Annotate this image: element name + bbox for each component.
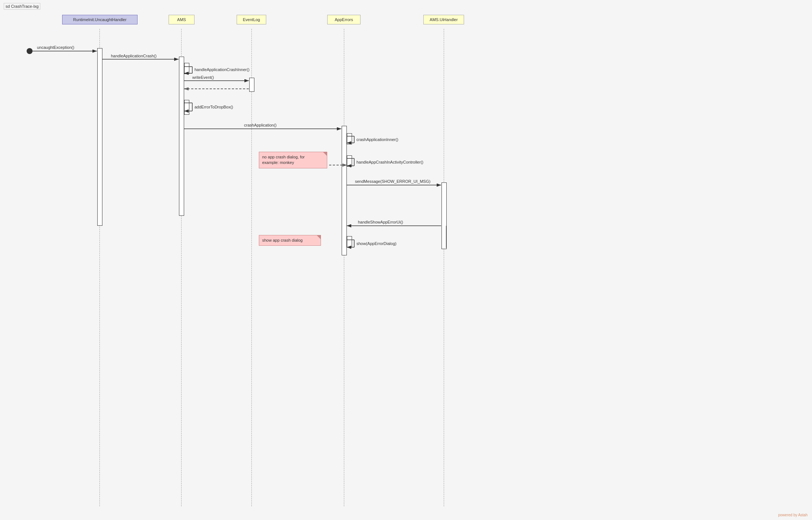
activation-runtimeinit <box>97 48 102 226</box>
lifeline-line-eventlog <box>251 29 252 506</box>
note-no-app-crash: no app crash dialog, for example: monkey <box>259 152 327 168</box>
activation-ams <box>179 57 184 216</box>
svg-text:sendMessage(SHOW_ERROR_UI_MSG): sendMessage(SHOW_ERROR_UI_MSG) <box>355 179 430 184</box>
arrows-svg: uncaughtException() handleApplicationCra… <box>0 0 812 520</box>
lifeline-ams: AMS <box>169 15 194 24</box>
start-circle <box>27 48 33 54</box>
activation-amsuihandler <box>441 182 447 249</box>
svg-text:crashApplication(): crashApplication() <box>244 123 277 127</box>
lifeline-line-apperrors <box>344 29 344 506</box>
svg-text:handleApplicationCrash(): handleApplicationCrash() <box>111 54 157 58</box>
svg-text:writeEvent(): writeEvent() <box>192 75 214 80</box>
lifeline-line-amsuihandler <box>444 29 444 506</box>
activation-apperrors <box>342 126 347 255</box>
diagram-title: sd CrashTrace-lxg <box>4 3 40 10</box>
svg-text:show(AppErrorDialog): show(AppErrorDialog) <box>356 241 396 246</box>
activation-ams-inner2 <box>184 100 189 115</box>
activation-eventlog <box>249 78 254 92</box>
svg-text:handleApplicationCrashInner(): handleApplicationCrashInner() <box>194 67 250 72</box>
activation-apperrors-inner2 <box>347 155 352 167</box>
note-show-app-crash: show app crash dialog <box>259 235 321 246</box>
svg-text:handleAppCrashInActivityContro: handleAppCrashInActivityController() <box>356 160 423 164</box>
diagram-container: sd CrashTrace-lxg RuntimeInit.UncaughtHa… <box>0 0 812 520</box>
activation-ams-inner1 <box>184 63 189 74</box>
lifeline-eventlog: EventLog <box>237 15 266 24</box>
activation-apperrors-inner3 <box>347 236 352 247</box>
watermark: powered by Astah <box>778 513 808 517</box>
svg-text:crashApplicationInner(): crashApplicationInner() <box>356 137 398 142</box>
svg-text:handleShowAppErrorUi(): handleShowAppErrorUi() <box>358 220 403 224</box>
svg-text:uncaughtException(): uncaughtException() <box>37 45 74 50</box>
lifeline-amsuihandler: AMS.UiHandler <box>423 15 464 24</box>
lifeline-runtimeinit: RuntimeInit.UncaughtHandler <box>62 15 138 24</box>
activation-apperrors-inner1 <box>347 133 352 144</box>
svg-text:addErrorToDropBox(): addErrorToDropBox() <box>194 105 233 109</box>
lifeline-apperrors: AppErrors <box>327 15 361 24</box>
